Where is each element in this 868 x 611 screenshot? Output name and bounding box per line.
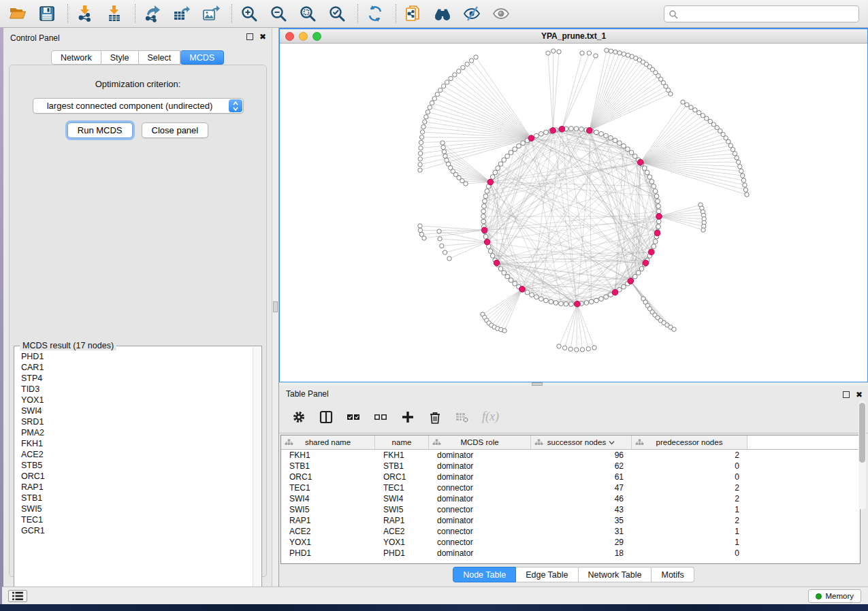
mcds-result-item[interactable]: STB5 (21, 460, 255, 471)
float-panel-icon[interactable] (843, 391, 850, 398)
network-graph[interactable] (280, 44, 867, 382)
table-cell[interactable]: PHD1 (281, 548, 375, 559)
refresh-icon[interactable] (364, 3, 386, 24)
table-row[interactable]: YOX1YOX1connector291 (281, 537, 860, 548)
tab-select[interactable]: Select (139, 50, 181, 65)
table-cell[interactable]: 0 (632, 461, 748, 472)
mcds-result-item[interactable]: GCR1 (21, 525, 255, 536)
table-row[interactable]: SWI4SWI4dominator462 (281, 493, 860, 504)
table-cell[interactable]: 1 (632, 526, 748, 537)
mcds-result-item[interactable]: RAP1 (21, 482, 255, 493)
column-header-successor-nodes[interactable]: successor nodes (531, 435, 632, 449)
table-cell[interactable]: 1 (632, 537, 748, 548)
table-scrollbar[interactable] (858, 401, 866, 510)
table-cell[interactable]: SWI5 (375, 504, 429, 515)
table-row[interactable]: STB1STB1dominator620 (281, 461, 860, 472)
table-cell[interactable]: dominator (429, 515, 531, 526)
memory-button[interactable]: Memory (808, 589, 861, 603)
table-cell[interactable]: 62 (531, 461, 632, 472)
mcds-list-scrollbar[interactable] (253, 347, 261, 597)
tab-style[interactable]: Style (101, 50, 139, 65)
table-cell[interactable]: STB1 (281, 461, 375, 472)
mcds-result-item[interactable]: FKH1 (21, 438, 255, 449)
mcds-result-item[interactable]: YOX1 (21, 395, 255, 406)
zoom-in-icon[interactable] (238, 3, 260, 24)
save-session-icon[interactable] (36, 3, 58, 24)
table-cell[interactable]: RAP1 (281, 515, 375, 526)
zoom-out-icon[interactable] (268, 3, 289, 24)
window-minimize-icon[interactable] (299, 32, 308, 41)
table-row[interactable]: PHD1PHD1dominator180 (281, 548, 860, 559)
open-file-icon[interactable] (7, 3, 29, 24)
window-zoom-icon[interactable] (312, 32, 321, 41)
network-canvas[interactable] (280, 44, 867, 382)
table-scrollbar-thumb[interactable] (859, 403, 865, 463)
float-panel-icon[interactable] (246, 33, 253, 40)
export-network-icon[interactable] (142, 3, 163, 24)
table-cell[interactable]: 1 (632, 504, 748, 515)
tab-motifs[interactable]: Motifs (652, 567, 694, 582)
table-cell[interactable]: 18 (531, 548, 632, 559)
show-all-icon[interactable] (490, 3, 512, 24)
table-cell[interactable]: connector (429, 482, 531, 493)
tab-edge-table[interactable]: Edge Table (516, 567, 578, 582)
deselect-all-icon[interactable] (373, 410, 388, 425)
table-cell[interactable]: 0 (632, 472, 748, 482)
column-header-shared-name[interactable]: shared name (281, 435, 375, 449)
close-panel-icon[interactable]: ✖ (259, 33, 266, 40)
table-row[interactable]: SWI5SWI5connector431 (281, 504, 860, 515)
table-cell[interactable]: RAP1 (375, 515, 429, 526)
table-cell[interactable]: FKH1 (375, 450, 429, 461)
table-cell[interactable]: ACE2 (375, 526, 429, 537)
mcds-result-item[interactable]: TID3 (21, 384, 255, 395)
export-table-icon[interactable] (171, 3, 193, 24)
table-cell[interactable]: connector (429, 537, 531, 548)
column-header-name[interactable]: name (375, 435, 429, 449)
table-cell[interactable]: YOX1 (281, 537, 375, 548)
table-row[interactable]: FKH1FKH1dominator962 (281, 450, 860, 461)
table-cell[interactable]: dominator (429, 461, 531, 472)
hide-selected-icon[interactable] (461, 3, 483, 24)
show-columns-icon[interactable] (319, 410, 334, 425)
table-cell[interactable]: dominator (429, 472, 531, 482)
table-cell[interactable]: SWI4 (281, 493, 375, 504)
mcds-result-item[interactable]: PMA2 (21, 427, 255, 438)
table-cell[interactable]: dominator (429, 493, 531, 504)
table-cell[interactable]: TEC1 (281, 482, 375, 493)
table-cell[interactable]: 43 (531, 504, 632, 515)
table-cell[interactable]: 2 (632, 515, 748, 526)
export-image-icon[interactable] (200, 3, 222, 24)
mcds-result-item[interactable]: CAR1 (21, 362, 255, 373)
table-cell[interactable]: YOX1 (375, 537, 429, 548)
table-cell[interactable]: TEC1 (375, 482, 429, 493)
table-cell[interactable]: 2 (632, 493, 748, 504)
mcds-result-item[interactable]: SWI5 (21, 503, 255, 514)
table-cell[interactable]: 47 (531, 482, 632, 493)
table-row[interactable]: TEC1TEC1connector472 (281, 482, 860, 493)
tab-node-table[interactable]: Node Table (453, 567, 516, 582)
mcds-result-item[interactable]: ACE2 (21, 449, 255, 460)
close-panel-button[interactable]: Close panel (142, 122, 209, 138)
first-neighbors-icon[interactable] (432, 3, 453, 24)
table-cell[interactable]: ORC1 (281, 472, 375, 482)
select-all-icon[interactable] (346, 410, 361, 425)
table-cell[interactable]: ORC1 (375, 472, 429, 482)
mcds-result-item[interactable]: STB1 (21, 493, 255, 503)
table-cell[interactable]: 96 (531, 450, 632, 461)
table-cell[interactable]: dominator (429, 548, 531, 559)
window-close-icon[interactable] (285, 32, 294, 41)
column-header-mcds-role[interactable]: MCDS role (429, 435, 531, 449)
table-cell[interactable]: 29 (531, 537, 632, 548)
mcds-result-item[interactable]: SRD1 (21, 416, 255, 427)
tab-network[interactable]: Network (51, 50, 101, 65)
run-mcds-button[interactable]: Run MCDS (67, 122, 133, 138)
table-cell[interactable]: 31 (531, 526, 632, 537)
table-cell[interactable]: connector (429, 526, 531, 537)
search-input[interactable] (681, 10, 854, 19)
vertical-splitter[interactable] (272, 28, 279, 587)
mcds-result-item[interactable]: SWI4 (21, 406, 255, 416)
table-cell[interactable]: dominator (429, 450, 531, 461)
criterion-select[interactable]: largest connected component (undirected) (33, 98, 244, 114)
table-cell[interactable]: 2 (632, 450, 748, 461)
mcds-result-item[interactable]: TEC1 (21, 514, 255, 525)
